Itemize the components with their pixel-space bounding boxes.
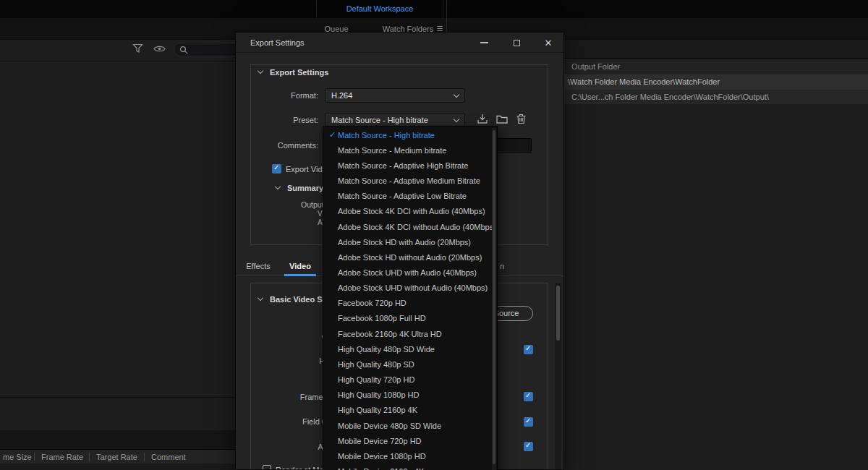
format-value: H.264 [331, 91, 352, 100]
watch-folder-row[interactable]: C:\User...ch Folder Media Encoder\WatchF… [564, 90, 868, 105]
preset-menu-item[interactable]: Facebook 720p HD [323, 296, 497, 311]
import-preset-folder-icon[interactable] [496, 114, 508, 124]
field-order-checkbox[interactable] [524, 417, 533, 427]
comments-label: Comments: [264, 138, 318, 153]
preset-menu-item[interactable]: Match Source - High bitrate [323, 127, 497, 142]
tab-video[interactable]: Video [284, 257, 316, 276]
preset-menu-item[interactable]: Match Source - Medium bitrate [323, 142, 497, 158]
column-target-rate[interactable]: Target Rate [96, 450, 137, 464]
preset-menu-item[interactable]: Match Source - Adaptive Medium Bitrate [323, 173, 497, 188]
column-comment[interactable]: Comment [151, 450, 186, 464]
section-title: Export Settings [270, 68, 328, 77]
preset-menu-item[interactable]: Facebook 2160p 4K Ultra HD [323, 326, 497, 341]
preset-menu-item[interactable]: Adobe Stock UHD without Audio (40Mbps) [323, 281, 497, 296]
summary-title: Summary [287, 184, 323, 192]
minimize-button[interactable] [473, 33, 495, 53]
preset-menu-item[interactable]: Adobe Stock 4K DCI without Audio (40Mbps… [323, 219, 497, 234]
panel-divider [0, 61, 235, 61]
frame-rate-checkbox[interactable] [524, 392, 533, 401]
format-dropdown[interactable]: H.264 [325, 88, 465, 103]
queue-empty-band [0, 430, 235, 449]
aspect-checkbox[interactable] [524, 442, 533, 451]
tab-separator [316, 0, 317, 18]
column-separator[interactable] [89, 453, 90, 461]
app-title-bar: Default Workspace [0, 0, 868, 18]
column-separator[interactable] [144, 453, 145, 461]
watch-folder-row[interactable]: \Watch Folder Media Encoder\WatchFolder [564, 74, 868, 90]
filter-icon[interactable] [132, 43, 144, 55]
format-label: Format: [264, 88, 318, 103]
dialog-scrollbar-thumb[interactable] [556, 286, 560, 341]
preset-menu-item[interactable]: High Quality 2160p 4K [323, 403, 497, 418]
column-frame-rate[interactable]: Frame Rate [41, 450, 83, 464]
preset-label: Preset: [264, 113, 318, 127]
preset-menu-item[interactable]: Adobe Stock HD with Audio (20Mbps) [323, 234, 497, 249]
preset-menu-item[interactable]: Mobile Device 720p HD [323, 433, 497, 448]
summary-audio-line: A [318, 218, 323, 226]
check-icon [327, 130, 338, 140]
summary-video-line: V [318, 210, 323, 218]
render-max-label: Render at Max [276, 463, 328, 470]
preset-dropdown[interactable]: Match Source - High bitrate [325, 113, 465, 127]
column-frame-size[interactable]: me Size [3, 450, 32, 464]
eye-icon[interactable] [153, 45, 166, 54]
preset-menu-item[interactable]: High Quality 480p SD Wide [323, 341, 497, 356]
menu-scrollbar-thumb[interactable] [493, 130, 495, 464]
output-folder-header[interactable]: Output Folder [564, 58, 868, 74]
dialog-title-bar[interactable]: Export Settings [236, 33, 563, 53]
preset-menu-item[interactable]: Match Source - Adaptive Low Bitrate [323, 189, 497, 204]
column-separator[interactable] [34, 453, 35, 461]
preset-menu-item[interactable]: High Quality 480p SD [323, 356, 497, 372]
minimize-icon [480, 42, 488, 43]
dialog-scrollbar[interactable] [555, 283, 561, 469]
chevron-down-icon [258, 295, 263, 301]
preset-menu-item[interactable]: Adobe Stock HD without Audio (20Mbps) [323, 249, 497, 265]
preset-menu-item[interactable]: Match Source - Adaptive High Bitrate [323, 158, 497, 173]
export-settings-section-header[interactable]: Export Settings [258, 68, 328, 77]
chevron-down-icon [258, 68, 263, 74]
watch-folders-toolbar [564, 40, 868, 58]
preset-menu-item[interactable]: High Quality 1080p HD [323, 388, 497, 403]
menu-scrollbar[interactable] [492, 128, 496, 470]
dialog-title: Export Settings [250, 33, 305, 53]
preset-menu-item[interactable]: High Quality 720p HD [323, 372, 497, 388]
panel-divider [0, 397, 235, 398]
export-video-checkbox[interactable] [272, 164, 281, 174]
preset-dropdown-menu: Match Source - High bitrate Match Source… [323, 126, 498, 470]
size-link-checkbox[interactable] [524, 345, 533, 354]
save-preset-icon[interactable] [477, 114, 488, 125]
maximize-icon [514, 40, 520, 46]
preset-menu-item[interactable]: Mobile Device 480p SD Wide [323, 418, 497, 433]
queue-footer-band [0, 463, 235, 470]
tab-effects[interactable]: Effects [242, 257, 274, 276]
preset-menu-item[interactable]: Mobile Device 2160p 4K [323, 463, 497, 470]
close-button[interactable] [537, 33, 559, 53]
preset-menu-item[interactable]: Facebook 1080p Full HD [323, 311, 497, 326]
workspace-tab[interactable]: Default Workspace [318, 0, 441, 18]
preset-menu-item[interactable]: Mobile Device 1080p HD [323, 448, 497, 463]
preset-value: Match Source - High bitrate [331, 116, 428, 124]
maximize-button[interactable] [506, 33, 527, 53]
render-max-checkbox[interactable] [263, 465, 271, 470]
chevron-down-icon [454, 116, 459, 122]
summary-section-header[interactable]: Summary [276, 184, 323, 192]
tab-separator [443, 0, 443, 18]
delete-preset-icon[interactable] [516, 113, 527, 124]
search-icon [179, 46, 189, 55]
chevron-down-icon [275, 184, 281, 189]
queue-column-header: me Size Frame Rate Target Rate Comment [0, 449, 235, 463]
chevron-down-icon [454, 92, 459, 98]
preset-menu-item[interactable]: Adobe Stock UHD with Audio (40Mbps) [323, 265, 497, 280]
preset-menu-item[interactable]: Adobe Stock 4K DCI with Audio (40Mbps) [323, 204, 497, 219]
watch-folder-list: \Watch Folder Media Encoder\WatchFolder … [564, 74, 868, 104]
